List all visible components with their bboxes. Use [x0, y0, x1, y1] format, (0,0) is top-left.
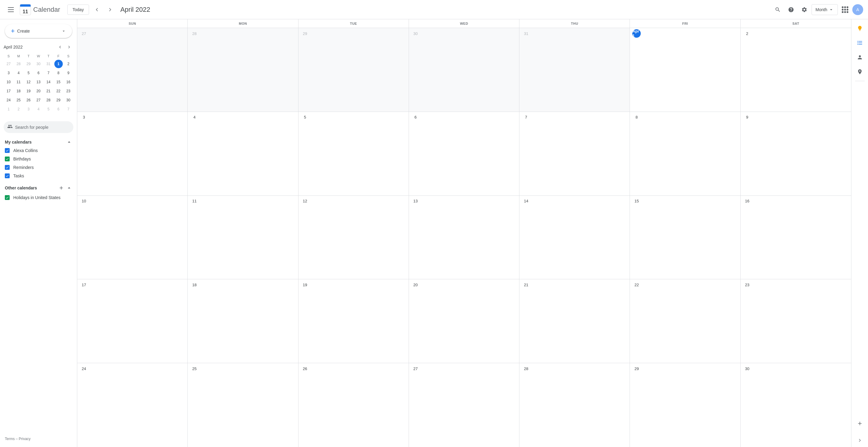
mini-cal-day[interactable]: 23 [64, 87, 73, 95]
calendar-item-tasks[interactable]: Tasks [2, 171, 74, 180]
hamburger-menu-button[interactable] [5, 4, 17, 16]
cal-cell-apr2[interactable]: 2 [741, 28, 851, 111]
cal-cell-25[interactable]: 25 [188, 363, 298, 447]
cal-cell-apr1[interactable]: Apr 1 [630, 28, 740, 111]
cal-cell-27[interactable]: 27 [409, 363, 519, 447]
mini-cal-day[interactable]: 29 [25, 60, 33, 68]
mini-cal-day-today[interactable]: 1 [54, 60, 63, 68]
mini-cal-day[interactable]: 6 [34, 69, 43, 77]
mini-cal-day[interactable]: 30 [64, 96, 73, 104]
settings-button[interactable] [798, 4, 810, 16]
mini-cal-day[interactable]: 1 [4, 105, 13, 114]
cal-cell-10[interactable]: 10 [77, 196, 188, 279]
cal-cell-29[interactable]: 29 [630, 363, 740, 447]
mini-cal-day[interactable]: 5 [44, 105, 53, 114]
side-expand-button[interactable] [853, 417, 867, 430]
cal-cell-12[interactable]: 12 [299, 196, 409, 279]
cal-cell-3[interactable]: 3 [77, 112, 188, 195]
mini-cal-day[interactable]: 26 [25, 96, 33, 104]
cal-cell-23[interactable]: 23 [741, 279, 851, 363]
other-calendars-header[interactable]: Other calendars [2, 183, 74, 193]
mini-cal-day[interactable]: 6 [54, 105, 63, 114]
mini-cal-day[interactable]: 2 [14, 105, 23, 114]
mini-cal-day[interactable]: 25 [14, 96, 23, 104]
cal-cell-mar27[interactable]: 27 [77, 28, 188, 111]
calendar-item-alexa-collins[interactable]: Alexa Collins [2, 146, 74, 155]
search-button[interactable] [772, 4, 784, 16]
mini-cal-day[interactable]: 19 [25, 87, 33, 95]
terms-link[interactable]: Terms [5, 437, 15, 441]
cal-cell-21[interactable]: 21 [519, 279, 630, 363]
user-avatar[interactable]: A [852, 4, 863, 15]
add-other-calendar-button[interactable] [57, 184, 65, 192]
mini-cal-day[interactable]: 29 [54, 96, 63, 104]
cal-cell-7[interactable]: 7 [519, 112, 630, 195]
mini-cal-day[interactable]: 27 [4, 60, 13, 68]
view-selector-button[interactable]: Month [812, 4, 838, 15]
mini-cal-day[interactable]: 22 [54, 87, 63, 95]
google-apps-button[interactable] [839, 4, 851, 16]
mini-cal-day[interactable]: 14 [44, 78, 53, 86]
mini-cal-day[interactable]: 20 [34, 87, 43, 95]
mini-cal-day[interactable]: 3 [25, 105, 33, 114]
cal-cell-mar30[interactable]: 30 [409, 28, 519, 111]
cal-cell-17[interactable]: 17 [77, 279, 188, 363]
prev-month-button[interactable] [91, 4, 102, 15]
cal-cell-15[interactable]: 15 [630, 196, 740, 279]
mini-cal-prev-button[interactable] [56, 43, 64, 51]
mini-cal-day[interactable]: 30 [34, 60, 43, 68]
mini-cal-day[interactable]: 10 [4, 78, 13, 86]
search-people-input[interactable]: Search for people [4, 121, 73, 133]
today-button[interactable]: Today [67, 4, 89, 15]
cal-cell-mar29[interactable]: 29 [299, 28, 409, 111]
cal-cell-28[interactable]: 28 [519, 363, 630, 447]
cal-cell-20[interactable]: 20 [409, 279, 519, 363]
mini-cal-day[interactable]: 28 [14, 60, 23, 68]
contacts-button[interactable] [853, 51, 867, 64]
mini-cal-day[interactable]: 3 [4, 69, 13, 77]
next-month-button[interactable] [105, 4, 116, 15]
cal-cell-14[interactable]: 14 [519, 196, 630, 279]
mini-cal-day[interactable]: 13 [34, 78, 43, 86]
cal-cell-9[interactable]: 9 [741, 112, 851, 195]
mini-cal-day[interactable]: 9 [64, 69, 73, 77]
my-calendars-header[interactable]: My calendars [2, 138, 74, 146]
help-button[interactable] [785, 4, 797, 16]
mini-cal-day[interactable]: 4 [14, 69, 23, 77]
mini-cal-day[interactable]: 31 [44, 60, 53, 68]
calendar-item-reminders[interactable]: Reminders [2, 163, 74, 171]
cal-cell-6[interactable]: 6 [409, 112, 519, 195]
cal-cell-30[interactable]: 30 [741, 363, 851, 447]
cal-cell-16[interactable]: 16 [741, 196, 851, 279]
mini-cal-next-button[interactable] [65, 43, 73, 51]
mini-cal-day[interactable]: 8 [54, 69, 63, 77]
calendar-item-holidays[interactable]: Holidays in United States [2, 193, 74, 202]
cal-cell-19[interactable]: 19 [299, 279, 409, 363]
mini-cal-day[interactable]: 5 [25, 69, 33, 77]
mini-cal-day[interactable]: 18 [14, 87, 23, 95]
mini-cal-day[interactable]: 17 [4, 87, 13, 95]
mini-cal-day[interactable]: 7 [64, 105, 73, 114]
mini-cal-day[interactable]: 7 [44, 69, 53, 77]
mini-cal-day[interactable]: 15 [54, 78, 63, 86]
create-button[interactable]: + Create [5, 24, 72, 38]
cal-cell-8[interactable]: 8 [630, 112, 740, 195]
cal-cell-24[interactable]: 24 [77, 363, 188, 447]
mini-cal-day[interactable]: 28 [44, 96, 53, 104]
keep-button[interactable] [853, 22, 867, 35]
cal-cell-22[interactable]: 22 [630, 279, 740, 363]
mini-cal-day[interactable]: 4 [34, 105, 43, 114]
mini-cal-day[interactable]: 11 [14, 78, 23, 86]
tasks-button[interactable] [853, 36, 867, 50]
mini-cal-day[interactable]: 27 [34, 96, 43, 104]
calendar-item-birthdays[interactable]: Birthdays [2, 155, 74, 163]
mini-cal-day[interactable]: 21 [44, 87, 53, 95]
privacy-link[interactable]: Privacy [19, 437, 30, 441]
cal-cell-18[interactable]: 18 [188, 279, 298, 363]
mini-cal-day[interactable]: 2 [64, 60, 73, 68]
cal-cell-5[interactable]: 5 [299, 112, 409, 195]
cal-cell-4[interactable]: 4 [188, 112, 298, 195]
cal-cell-mar31[interactable]: 31 [519, 28, 630, 111]
cal-cell-11[interactable]: 11 [188, 196, 298, 279]
cal-cell-13[interactable]: 13 [409, 196, 519, 279]
